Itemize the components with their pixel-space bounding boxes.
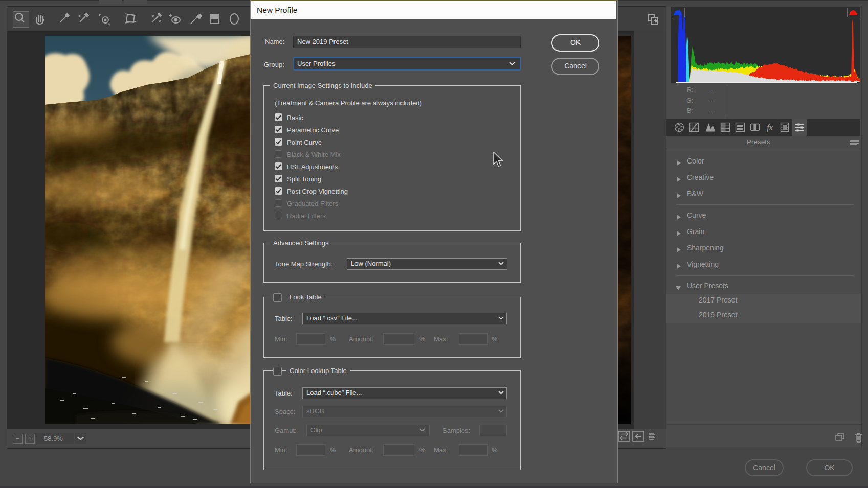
svg-text:fx: fx — [767, 123, 773, 132]
